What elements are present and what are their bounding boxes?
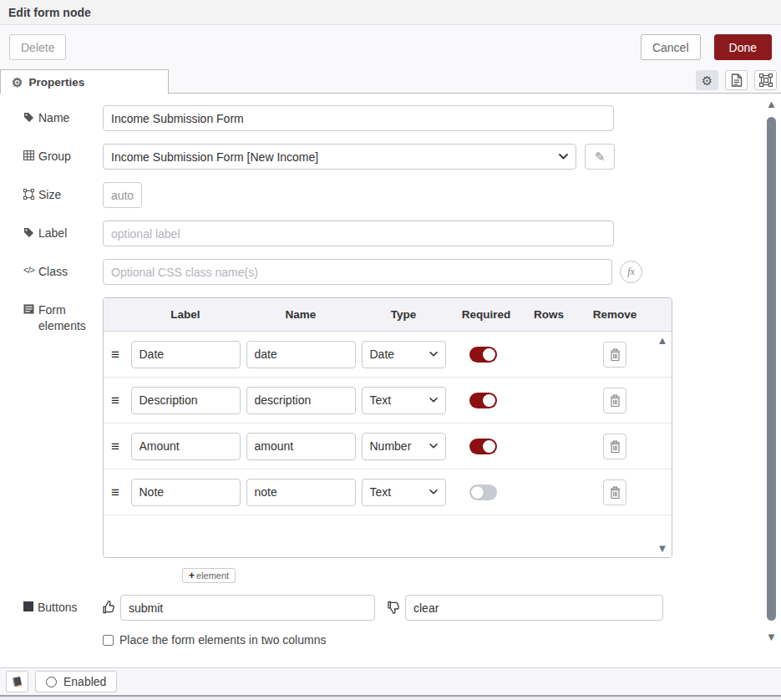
remove-row-button[interactable] <box>603 388 626 413</box>
table-header: Label Name Type Required Rows Remove <box>104 298 672 332</box>
submit-button-input[interactable] <box>120 595 375 621</box>
panel-scrollbar[interactable]: ▲ ▼ <box>764 99 779 661</box>
table-row: ≡ Date <box>104 332 672 378</box>
element-label-input[interactable] <box>131 341 241 368</box>
node-appearance-icon <box>759 74 773 87</box>
drag-handle-icon[interactable]: ≡ <box>104 485 127 500</box>
tab-properties-label: Properties <box>28 76 84 89</box>
two-columns-checkbox-label: Place the form elements in two columns <box>119 633 326 647</box>
element-name-input[interactable] <box>246 387 356 414</box>
label-input[interactable] <box>103 221 614 246</box>
dialog-title: Edit form node <box>8 6 91 19</box>
cancel-button[interactable]: Cancel <box>641 34 701 60</box>
group-edit-button[interactable]: ✎ <box>585 144 615 170</box>
element-type-select[interactable]: Text <box>362 387 446 414</box>
element-type-select[interactable]: Text <box>362 479 446 506</box>
book-icon <box>11 676 23 688</box>
size-auto-button[interactable]: auto <box>103 182 142 208</box>
delete-button[interactable]: Delete <box>9 34 66 60</box>
dialog-footer: Enabled <box>0 667 781 695</box>
required-toggle[interactable] <box>469 484 497 500</box>
fx-expand-button[interactable]: fx <box>620 261 642 283</box>
remove-row-button[interactable] <box>603 479 626 505</box>
thumbs-down-icon <box>388 601 400 614</box>
group-select-value: Income Submission Form [New Income] <box>111 150 318 164</box>
column-header-rows: Rows <box>523 308 575 321</box>
gear-icon: ⚙ <box>12 76 23 89</box>
gear-icon: ⚙ <box>702 74 713 87</box>
column-header-label: Label <box>127 308 244 321</box>
element-name-input[interactable] <box>246 341 356 368</box>
required-toggle[interactable] <box>469 439 497 454</box>
table-scrollbar[interactable]: ▲ ▼ <box>655 335 670 554</box>
tab-properties[interactable]: ⚙ Properties <box>0 69 169 94</box>
tag-icon <box>23 227 34 238</box>
table-row: ≡ Number <box>104 424 672 469</box>
pencil-icon: ✎ <box>595 150 606 165</box>
column-header-required: Required <box>449 308 523 321</box>
chevron-down-icon <box>429 489 438 495</box>
name-input[interactable] <box>103 105 614 131</box>
remove-row-button[interactable] <box>603 434 626 459</box>
form-elements-table: Label Name Type Required Rows Remove ≡ <box>103 297 672 558</box>
node-help-button[interactable] <box>6 671 28 692</box>
scroll-up-icon[interactable]: ▲ <box>657 335 668 346</box>
element-label-input[interactable] <box>131 433 241 460</box>
done-button[interactable]: Done <box>714 34 772 60</box>
required-toggle[interactable] <box>469 347 497 363</box>
element-name-input[interactable] <box>246 433 356 460</box>
clear-button-input[interactable] <box>405 595 663 621</box>
chevron-down-icon <box>429 444 438 449</box>
dialog-titlebar: Edit form node <box>0 0 781 25</box>
appearance-toolbar-button[interactable] <box>754 70 777 90</box>
table-body: ≡ Date <box>104 332 672 557</box>
drag-handle-icon[interactable]: ≡ <box>104 439 127 454</box>
element-type-select[interactable]: Date <box>362 341 446 368</box>
enabled-toggle-button[interactable]: Enabled <box>35 671 117 692</box>
required-toggle[interactable] <box>469 393 497 408</box>
drag-handle-icon[interactable]: ≡ <box>104 347 127 362</box>
bounding-box-icon <box>23 189 34 200</box>
chevron-down-icon <box>559 154 568 160</box>
scroll-up-icon[interactable]: ▲ <box>766 99 777 109</box>
trash-icon <box>610 394 621 407</box>
code-icon: </> <box>23 264 34 276</box>
description-toolbar-button[interactable] <box>725 70 748 90</box>
element-type-select[interactable]: Number <box>362 433 446 460</box>
trash-icon <box>610 440 621 453</box>
two-columns-checkbox[interactable] <box>103 635 114 646</box>
scroll-down-icon[interactable]: ▼ <box>657 543 668 554</box>
size-label: Size <box>23 182 103 203</box>
square-icon <box>23 601 33 611</box>
enabled-label: Enabled <box>63 675 106 688</box>
list-icon <box>23 304 34 314</box>
dialog-actionbar: Delete Cancel Done <box>0 25 781 69</box>
tag-icon <box>23 112 34 123</box>
fx-icon: fx <box>627 266 635 278</box>
group-label: Group <box>23 144 103 165</box>
add-element-button[interactable]: + element <box>182 568 236 583</box>
element-name-input[interactable] <box>246 479 356 506</box>
dialog-bottom-edge <box>0 695 781 700</box>
group-select[interactable]: Income Submission Form [New Income] <box>103 144 576 170</box>
column-header-remove: Remove <box>575 308 655 321</box>
buttons-label: Buttons <box>23 595 103 616</box>
thumbs-up-icon <box>103 601 115 614</box>
element-label-input[interactable] <box>131 479 241 506</box>
class-label: </> Class <box>23 259 103 280</box>
class-input[interactable] <box>103 259 612 285</box>
properties-toolbar-button[interactable]: ⚙ <box>696 70 718 90</box>
table-row: ≡ Text <box>104 378 672 424</box>
column-header-name: Name <box>244 308 358 321</box>
column-header-type: Type <box>358 308 449 321</box>
properties-panel: Name Group Income Submission Form [New I… <box>0 94 781 667</box>
element-label-input[interactable] <box>131 387 241 414</box>
tab-toolbar: ⚙ <box>696 70 781 93</box>
remove-row-button[interactable] <box>603 342 626 368</box>
scrollbar-thumb[interactable] <box>767 117 776 621</box>
chevron-down-icon <box>429 352 438 357</box>
scroll-down-icon[interactable]: ▼ <box>766 632 777 642</box>
table-icon <box>23 150 34 160</box>
drag-handle-icon[interactable]: ≡ <box>104 393 127 408</box>
trash-icon <box>610 486 621 499</box>
